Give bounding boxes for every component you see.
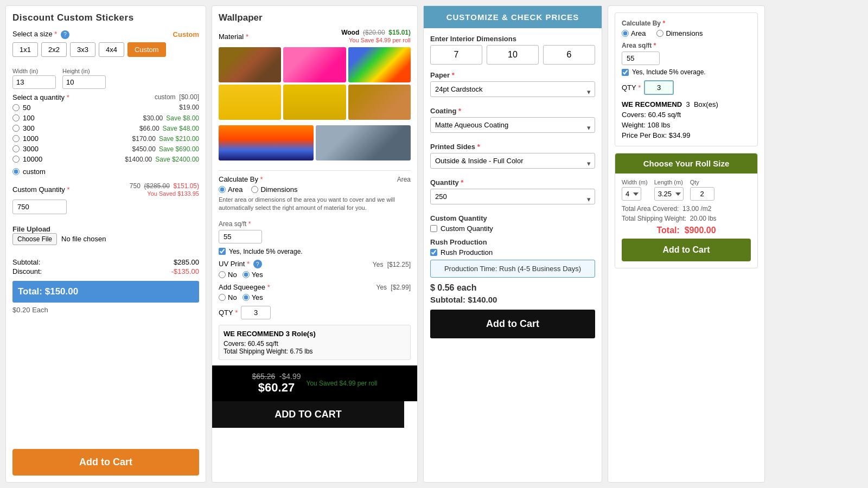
panel-right: Calculate By * Area Dimensions Area sq/f… bbox=[608, 5, 765, 483]
calc-dim-radio-label[interactable]: Dimensions bbox=[251, 185, 297, 194]
rush-checkbox-p3[interactable] bbox=[430, 249, 437, 256]
height-input[interactable] bbox=[62, 75, 106, 89]
overage-checkbox[interactable] bbox=[219, 248, 226, 255]
printed-label: Printed Sides * bbox=[430, 143, 595, 151]
panel-wallpaper: Wallpaper Material * Wood ($20.00 $15.01… bbox=[212, 5, 418, 483]
rush-checkbox-label[interactable]: Rush Production bbox=[430, 248, 595, 256]
qty-radio-100[interactable] bbox=[12, 114, 20, 121]
wallpaper-image-row2 bbox=[219, 125, 411, 160]
thumb-pink[interactable] bbox=[283, 47, 346, 82]
qty-radio-1000[interactable] bbox=[12, 135, 20, 142]
dim-box-2[interactable]: 10 bbox=[487, 45, 539, 65]
thumb-green[interactable] bbox=[316, 125, 411, 160]
uv-no-label[interactable]: No bbox=[219, 271, 237, 279]
calc-dim-radio[interactable] bbox=[251, 186, 258, 193]
size-btn-2x2[interactable]: 2x2 bbox=[41, 42, 67, 57]
width-input[interactable] bbox=[12, 75, 56, 89]
area-radio-label-p4[interactable]: Area bbox=[622, 29, 646, 37]
dim-box-3[interactable]: 6 bbox=[543, 45, 595, 65]
calc-area-radio-label[interactable]: Area bbox=[219, 185, 242, 194]
add-to-cart-button-roll[interactable]: Add to Cart bbox=[622, 239, 751, 261]
uv-yes-radio[interactable] bbox=[242, 271, 250, 278]
rush-label-p3: Rush Production bbox=[430, 238, 595, 246]
squeegee-label: Add Squeegee bbox=[219, 283, 265, 291]
qty-dropdown-p3[interactable]: 250 bbox=[430, 189, 595, 204]
qty-row-100: 100 $30.00Save $8.00 bbox=[12, 114, 199, 122]
custom-qty-checkbox-label[interactable]: Custom Quantity bbox=[430, 224, 595, 233]
thumb-mosaic[interactable] bbox=[348, 47, 411, 82]
thumb-sofa-yellow2[interactable] bbox=[283, 85, 346, 120]
uv-yes-label[interactable]: Yes bbox=[242, 271, 263, 279]
covers-row-p4: Covers: 60.45 sq/ft bbox=[622, 111, 751, 119]
dim-box-1[interactable]: 7 bbox=[430, 45, 482, 65]
wallpaper-image-grid bbox=[219, 47, 411, 120]
add-to-cart-button-stickers[interactable]: Add to Cart bbox=[12, 449, 199, 476]
total-main: Total: $150.00 bbox=[12, 281, 199, 303]
squeegee-yes-label[interactable]: Yes bbox=[242, 293, 263, 301]
qty-radio-custom[interactable] bbox=[12, 168, 20, 175]
recommend-p4: WE RECOMMEND 3 Box(es) bbox=[622, 100, 751, 108]
qty-input-p2[interactable] bbox=[241, 306, 271, 319]
dim-radio-p4[interactable] bbox=[656, 30, 663, 37]
thumb-wood[interactable] bbox=[219, 47, 281, 82]
height-label: Height (in) bbox=[62, 68, 106, 74]
roll-qty-input[interactable] bbox=[690, 187, 714, 201]
overage-checkbox-p4[interactable] bbox=[622, 69, 629, 76]
squeegee-yes-radio[interactable] bbox=[242, 294, 250, 301]
area-label: Area sq/ft * bbox=[219, 220, 411, 228]
discount-label: Discount: bbox=[12, 267, 42, 275]
thumb-room2[interactable] bbox=[348, 85, 411, 120]
uv-help-icon[interactable]: ? bbox=[253, 260, 262, 268]
size-btn-custom[interactable]: Custom bbox=[127, 42, 166, 57]
coating-dropdown[interactable]: Matte Aqueous Coating bbox=[430, 117, 595, 133]
total-area-row: Total Area Covered: 13.00 /m2 bbox=[622, 205, 751, 213]
qty-row-1000: 1000 $170.00Save $210.00 bbox=[12, 134, 199, 143]
roll-cols: Width (m) 4 3 2 Length (m) 3.25 2.5 5 bbox=[622, 179, 751, 201]
printed-dropdown[interactable]: Outside & Inside - Full Color bbox=[430, 153, 595, 169]
uv-no-radio[interactable] bbox=[219, 271, 226, 278]
size-btn-3x3[interactable]: 3x3 bbox=[70, 42, 95, 57]
roll-size-box: Choose Your Roll Size Width (m) 4 3 2 Le… bbox=[615, 153, 758, 268]
qty-radio-10000[interactable] bbox=[12, 156, 20, 163]
dim-radio-label-p4[interactable]: Dimensions bbox=[656, 29, 703, 37]
qty-row-custom: custom bbox=[12, 168, 199, 176]
uv-yes-note: Yes bbox=[373, 261, 384, 268]
totals-section: Subtotal: $285.00 Discount: -$135.00 bbox=[12, 258, 199, 277]
calc-area-radio[interactable] bbox=[219, 186, 226, 193]
rush-checkbox-text: Rush Production bbox=[441, 248, 493, 256]
qty-input-p4[interactable] bbox=[644, 80, 674, 95]
file-none-label: No file chosen bbox=[61, 235, 106, 243]
qty-radio-300[interactable] bbox=[12, 125, 20, 132]
size-btn-1x1[interactable]: 1x1 bbox=[12, 42, 38, 57]
width-label: Width (in) bbox=[12, 68, 56, 74]
old-total-p2: $65.26 bbox=[252, 372, 275, 381]
add-to-cart-button-wallpaper[interactable]: ADD TO CART bbox=[212, 401, 404, 428]
size-help-icon[interactable]: ? bbox=[61, 30, 69, 39]
qty-label-p4: QTY * bbox=[622, 84, 641, 92]
qty-note: custom [$0.00] bbox=[155, 93, 199, 101]
calc-label-p4: Calculate By * bbox=[622, 20, 751, 27]
area-input-p4[interactable] bbox=[622, 52, 660, 65]
custom-qty-input[interactable] bbox=[12, 200, 67, 214]
area-radio-p4[interactable] bbox=[622, 30, 629, 37]
squeegee-no-label[interactable]: No bbox=[219, 293, 237, 301]
file-choose-button[interactable]: Choose File bbox=[12, 233, 57, 245]
qty-radio-50[interactable] bbox=[12, 104, 20, 111]
qty-radio-3000[interactable] bbox=[12, 145, 20, 152]
thumb-sofa-yellow[interactable] bbox=[219, 85, 281, 120]
paper-dropdown[interactable]: 24pt Cardstock bbox=[430, 81, 595, 97]
custom-qty-checkbox-p3[interactable] bbox=[430, 225, 437, 232]
roll-width-select[interactable]: 4 3 2 bbox=[622, 187, 641, 201]
thumb-sunset[interactable] bbox=[219, 125, 314, 160]
custom-qty-label-p3: Custom Quantity bbox=[430, 214, 595, 222]
subtotal-p3: Subtotal: $140.00 bbox=[430, 295, 595, 304]
subtotal-value: $285.00 bbox=[174, 258, 199, 266]
area-input[interactable] bbox=[219, 230, 262, 243]
add-to-cart-button-p3[interactable]: Add to Cart bbox=[430, 310, 595, 338]
paper-label: Paper * bbox=[430, 71, 595, 79]
size-btn-4x4[interactable]: 4x4 bbox=[99, 42, 124, 57]
qty-select-label: Select a quantity * bbox=[12, 93, 69, 101]
roll-length-select[interactable]: 3.25 2.5 5 bbox=[654, 187, 684, 201]
size-label: Select a size * ? bbox=[12, 30, 69, 39]
squeegee-no-radio[interactable] bbox=[219, 294, 226, 301]
